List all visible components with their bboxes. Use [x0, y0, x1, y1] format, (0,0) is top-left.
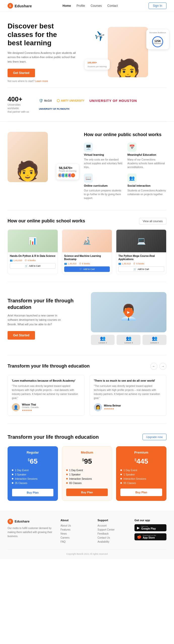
- footer-app-heading: Get our app: [134, 519, 166, 522]
- hero-cta-button[interactable]: Get Started: [8, 69, 35, 77]
- clock-icon-1: ⏱: [25, 259, 27, 262]
- how-works-section: 🧑 56,5470+ People are learning 👤 👤 👤 👤 +…: [0, 122, 174, 210]
- testimonials-title: Transform your life through education: [8, 363, 90, 369]
- lecture-thumb-2[interactable]: 👥 Lecture 3: [117, 335, 141, 345]
- hero-person-card: 🧑: [108, 27, 148, 77]
- buy-regular-button[interactable]: Buy Plan: [12, 489, 54, 497]
- nav-home[interactable]: Home: [62, 4, 71, 8]
- courses-grid: 📊 Hands-On Python & R In Data Science 👥 …: [8, 229, 166, 274]
- nav-courses[interactable]: Courses: [91, 4, 102, 8]
- cart-icon-2: 🛒: [79, 268, 82, 270]
- add-to-cart-button-3[interactable]: 🛒 Add to Cart: [118, 266, 164, 272]
- buy-medium-button[interactable]: Buy Plan: [66, 489, 108, 496]
- testimonial-author-2: 👩 Milena Belmar ★★★★★: [94, 403, 162, 411]
- feature-premium-2: 1 Speaker: [120, 473, 162, 476]
- transform-text: Transform your life through education Ar…: [8, 297, 83, 340]
- partner-logo-plymouth: UNIVERSITY OF PLYMOUTH: [39, 108, 69, 110]
- lecture-thumb-1[interactable]: 👥 Lecture 2: [91, 335, 115, 345]
- google-play-icon: ▶: [137, 526, 140, 530]
- course-meta-2: 👥 1,45,610 ⏱ 6 books: [64, 262, 110, 265]
- hero-text: Discover best classes for the best learn…: [8, 22, 85, 83]
- author-name-1: Wilson Thai: [22, 403, 39, 406]
- feature-meaningful-education: 📅 Meaningful Education Many of our Conne…: [127, 143, 166, 169]
- virtual-learning-desc: The only costs are for standard school s…: [84, 158, 123, 169]
- footer-app-col: Get our app ▶ Get it on Google Play 🍎 Do…: [134, 519, 166, 544]
- followers-label: Followers: [154, 43, 162, 44]
- pricing-title: Transform your life through education: [8, 434, 99, 440]
- how-stat-card: 56,5470+ People are learning 👤 👤 👤 👤 +: [56, 164, 79, 180]
- course-card-1: 📊 Hands-On Python & R In Data Science 👥 …: [8, 229, 58, 274]
- google-play-badge[interactable]: ▶ Get it on Google Play: [134, 524, 166, 531]
- logo-icon: E: [8, 3, 13, 9]
- course-card-2: 🔬 Science and Machine Learning Bootcamp …: [62, 229, 112, 274]
- course-title-2: Science and Machine Learning Bootcamp: [64, 254, 110, 261]
- pricing-price-regular: $65: [12, 457, 54, 465]
- partners-count-block: 400+ Universities worldwide that partner…: [8, 95, 31, 114]
- partner-logo-houston: UNIVERSITY OF HOUSTON: [89, 99, 137, 103]
- testimonial-quote-1: 'Love mathematics because of Besnik Acad…: [12, 379, 80, 382]
- footer-logo-icon: E: [8, 519, 13, 524]
- transform-description: Ariel Hocsman launched a new career in s…: [8, 313, 68, 327]
- author-rating-1: ★★★★★: [22, 409, 39, 412]
- nav-contact[interactable]: Contact: [107, 4, 118, 8]
- prev-arrow[interactable]: ←: [150, 363, 157, 370]
- footer-feedback-link[interactable]: Feedback: [97, 532, 129, 535]
- signin-button[interactable]: Sign In: [149, 3, 166, 9]
- hero-description: We designed Connections Academy to give …: [8, 51, 78, 64]
- feature-regular-2: 3 Speaker: [12, 473, 54, 476]
- testimonial-body-2: "The curriculum was directly targeted to…: [94, 384, 162, 400]
- pricing-price-medium: $95: [66, 457, 108, 465]
- how-person-emoji: 🧑: [16, 160, 40, 182]
- pricing-tier-regular: Regular: [12, 451, 54, 454]
- pricing-card-medium: Medium $95 1 Day Event 1 Speaker Interac…: [62, 446, 112, 501]
- lecture-thumb-3[interactable]: 👥 Lecture 4: [143, 335, 166, 345]
- app-store-badge[interactable]: 🍎 Download on the App Store: [134, 533, 166, 540]
- author-rating-2: ★★★★★: [104, 408, 121, 410]
- footer-careers-link[interactable]: Careers: [60, 536, 92, 539]
- feature-regular-4: 35 Classes: [12, 482, 54, 485]
- plane-icon: ✈️: [93, 30, 105, 42]
- add-to-cart-button-2[interactable]: 🛒 Add to Cart: [64, 266, 110, 272]
- footer-about-us-link[interactable]: About Us: [60, 524, 92, 527]
- footer-copyright: Copyright Besnik 2021 All rights reserve…: [8, 549, 166, 555]
- play-button[interactable]: ▶: [124, 308, 133, 317]
- increase-label: Increase Audience: [149, 31, 166, 34]
- footer-grid: E Edushare Our motto to fulfill customer…: [8, 519, 166, 544]
- avatar-plus: +: [71, 173, 75, 178]
- transform-heading: Transform your life through education: [8, 297, 83, 310]
- how-stat-number: 56,5470+: [59, 166, 76, 170]
- upgrade-now-button[interactable]: Upgrade now: [143, 434, 166, 440]
- course-thumb-icon-1: 📊: [28, 237, 37, 245]
- pricing-features-regular: 1 Day Event 3 Speaker Interaction Sessio…: [12, 469, 54, 485]
- hero-learn-more-link[interactable]: Learn more: [35, 80, 48, 83]
- buy-premium-button[interactable]: Buy Plan: [120, 489, 162, 496]
- cart-icon-1: 🛒: [25, 265, 28, 267]
- view-all-courses-button[interactable]: View all courses: [139, 218, 166, 224]
- footer-contact-link[interactable]: Contact Us: [97, 536, 129, 539]
- course-body-2: Science and Machine Learning Bootcamp 👥 …: [62, 252, 112, 274]
- partner-logo-amity: ⬡ AMITY UNIVERSITY: [57, 99, 84, 103]
- author-info-1: Wilson Thai Ontario, Canada ★★★★★: [22, 403, 39, 412]
- footer-faq-link[interactable]: FAQ: [60, 540, 92, 543]
- pricing-price-premium: $445: [120, 457, 162, 465]
- course-thumb-icon-3: 💻: [137, 237, 146, 245]
- course-meta-1: 👥 1,41,610 ⏱ 6 books: [10, 259, 56, 262]
- course-card-3: 💻 The Python Mega Course-Real Applicatio…: [116, 229, 166, 274]
- amity-icon: ⬡: [57, 99, 60, 103]
- nav-logo: E Edushare: [8, 3, 32, 9]
- footer-support-center-link[interactable]: Support Center: [97, 528, 129, 531]
- footer-support-heading: Support: [97, 519, 129, 522]
- next-arrow[interactable]: →: [159, 363, 166, 370]
- pricing-tier-premium: Premium: [120, 451, 162, 454]
- footer-news-link[interactable]: News: [60, 532, 92, 535]
- course-students-2: 👥 1,45,610: [64, 262, 77, 265]
- add-to-cart-button-1[interactable]: 🛒 Add to Cart: [10, 263, 56, 269]
- pricing-features-medium: 1 Day Event 1 Speaker Interaction Sessio…: [66, 469, 108, 485]
- nav-profile[interactable]: Profile: [77, 4, 85, 8]
- course-duration-3: ⏱ 6 books: [133, 262, 144, 265]
- footer-availability-link[interactable]: Availability: [97, 540, 129, 543]
- footer-support-col: Support Account Support Center Feedback …: [97, 519, 129, 544]
- transform-cta-button[interactable]: Get Started: [8, 331, 35, 340]
- footer-account-link[interactable]: Account: [97, 524, 129, 527]
- footer-features-link[interactable]: Features: [60, 528, 92, 531]
